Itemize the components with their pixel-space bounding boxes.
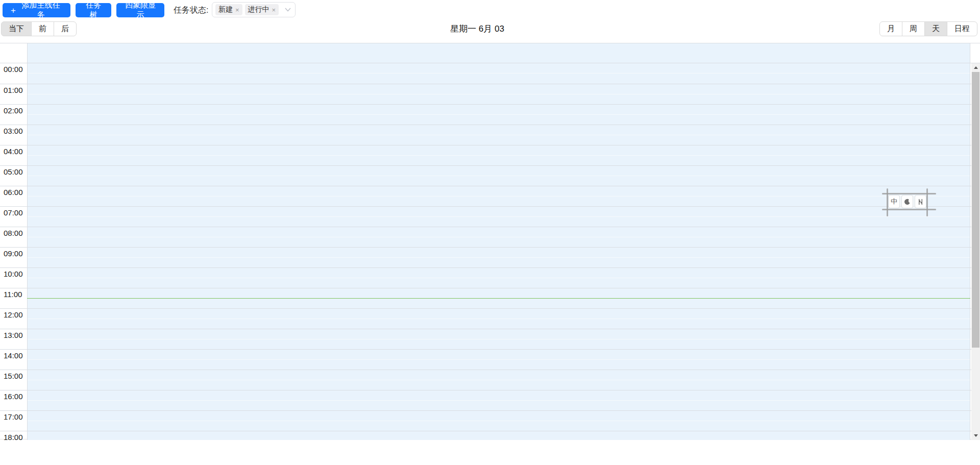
hour-row: 16:00 (0, 390, 980, 410)
half-hour-line (28, 94, 970, 94)
time-label: 00:00 (4, 65, 23, 74)
task-tree-button[interactable]: 任务树 (76, 3, 111, 17)
moon-icon (904, 199, 911, 205)
time-slot-cell[interactable] (27, 370, 970, 390)
time-slot-cell[interactable] (27, 390, 970, 410)
half-hour-line (28, 196, 970, 197)
time-slot-cell[interactable] (27, 125, 970, 145)
half-hour-line (28, 114, 970, 115)
next-button[interactable]: 后 (54, 21, 77, 36)
time-slot-cell[interactable] (27, 431, 970, 440)
task-status-select[interactable]: 新建 × 进行中 × (212, 2, 296, 17)
half-hour-line (28, 319, 970, 319)
time-slot-cell[interactable] (27, 84, 970, 104)
time-label: 10:00 (4, 270, 23, 278)
time-label: 06:00 (4, 188, 23, 197)
time-slot-cell[interactable] (27, 268, 970, 288)
time-slot-cell[interactable] (27, 105, 970, 125)
time-slot-cell[interactable] (27, 145, 970, 165)
time-slot-cell[interactable] (27, 329, 970, 349)
dark-mode-button[interactable] (902, 195, 913, 208)
time-slot-cell[interactable] (27, 63, 970, 84)
half-hour-line (28, 155, 970, 156)
time-slot-cell[interactable] (27, 186, 970, 206)
half-hour-line (28, 380, 970, 380)
time-label: 16:00 (4, 392, 23, 401)
time-label: 13:00 (4, 331, 23, 339)
widget-button-bar: 中 (889, 195, 926, 208)
half-hour-line (28, 278, 970, 278)
hour-row: 14:00 (0, 349, 980, 370)
status-tag-new[interactable]: 新建 × (215, 4, 242, 15)
hour-row: 06:00 (0, 186, 980, 206)
frame-stroke (887, 188, 888, 216)
task-status-label: 任务状态: (174, 5, 208, 16)
half-hour-line (28, 421, 970, 421)
time-label: 04:00 (4, 147, 23, 156)
half-hour-line (28, 359, 970, 360)
hour-row: 00:00 (0, 63, 980, 84)
frame-stroke (882, 209, 936, 210)
half-hour-line (28, 400, 970, 401)
add-main-task-label: 添加主线任务 (19, 1, 62, 20)
time-slot-cell[interactable] (27, 309, 970, 329)
hour-row: 10:00 (0, 267, 980, 288)
vertical-scrollbar[interactable] (971, 63, 980, 440)
remove-tag-icon[interactable]: × (235, 7, 239, 13)
hour-row: 05:00 (0, 165, 980, 186)
frame-stroke (882, 193, 936, 194)
toggle-icon (917, 199, 924, 205)
hour-row: 08:00 (0, 227, 980, 247)
scroll-up-button[interactable] (971, 63, 980, 72)
add-main-task-button[interactable]: + 添加主线任务 (3, 3, 70, 17)
time-label: 15:00 (4, 372, 23, 380)
time-slot-cell[interactable] (27, 207, 970, 227)
half-hour-line (28, 257, 970, 258)
timegrid-scroller: 00:00 01:00 02:00 03:00 04:00 05:00 06:0… (0, 63, 980, 440)
chevron-down-icon (285, 8, 291, 12)
hour-row: 17:00 (0, 410, 980, 431)
task-tree-label: 任务树 (84, 1, 103, 20)
time-label: 14:00 (4, 351, 23, 360)
status-tag-inprogress[interactable]: 进行中 × (245, 4, 279, 15)
status-tag-new-label: 新建 (218, 5, 233, 14)
time-label: 09:00 (4, 249, 23, 258)
timegrid: 00:00 01:00 02:00 03:00 04:00 05:00 06:0… (0, 63, 980, 440)
calendar-header: 当下 前 后 星期一 6月 03 月 周 天 日程 (0, 21, 980, 37)
top-toolbar: + 添加主线任务 任务树 四象限显示 任务状态: 新建 × 进行中 × (0, 0, 980, 21)
half-hour-line (28, 339, 970, 339)
now-indicator-line (27, 298, 970, 299)
chinese-translate-button[interactable]: 中 (889, 195, 899, 208)
day-view-calendar: 00:00 01:00 02:00 03:00 04:00 05:00 06:0… (0, 43, 980, 439)
view-day-button[interactable]: 天 (924, 21, 947, 36)
half-hour-line (28, 73, 970, 74)
view-month-button[interactable]: 月 (879, 21, 902, 36)
time-slot-cell[interactable] (27, 248, 970, 267)
time-slot-cell[interactable] (27, 166, 970, 186)
hour-row: 04:00 (0, 145, 980, 165)
now-button[interactable]: 当下 (1, 21, 32, 36)
quadrant-display-button[interactable]: 四象限显示 (116, 3, 164, 17)
time-slot-cell[interactable] (27, 350, 970, 370)
time-slot-cell[interactable] (27, 227, 970, 247)
toggle-button[interactable] (915, 195, 926, 208)
all-day-cell[interactable] (27, 43, 970, 63)
time-label: 17:00 (4, 412, 23, 421)
half-hour-line (28, 237, 970, 237)
plus-icon: + (11, 6, 16, 15)
hour-row: 01:00 (0, 84, 980, 104)
hour-row: 02:00 (0, 104, 980, 125)
view-week-button[interactable]: 周 (902, 21, 925, 36)
scroll-down-button[interactable] (971, 431, 980, 440)
all-day-row (0, 43, 980, 63)
time-label: 07:00 (4, 208, 23, 217)
hour-row: 15:00 (0, 370, 980, 390)
scrollbar-thumb[interactable] (972, 72, 979, 348)
view-agenda-button[interactable]: 日程 (947, 21, 977, 36)
half-hour-line (28, 176, 970, 176)
status-tag-inprogress-label: 进行中 (248, 5, 270, 14)
hour-row: 03:00 (0, 125, 980, 145)
remove-tag-icon[interactable]: × (272, 7, 276, 13)
prev-button[interactable]: 前 (31, 21, 54, 36)
time-slot-cell[interactable] (27, 411, 970, 431)
